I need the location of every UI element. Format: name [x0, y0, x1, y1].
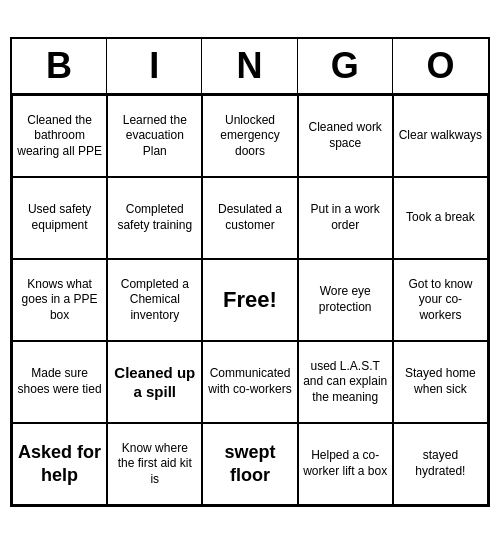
- bingo-cell-9[interactable]: Took a break: [393, 177, 488, 259]
- bingo-header: BINGO: [12, 39, 488, 95]
- bingo-cell-20[interactable]: Asked for help: [12, 423, 107, 505]
- bingo-cell-16[interactable]: Cleaned up a spill: [107, 341, 202, 423]
- bingo-cell-21[interactable]: Know where the first aid kit is: [107, 423, 202, 505]
- header-letter-g: G: [298, 39, 393, 93]
- bingo-cell-0[interactable]: Cleaned the bathroom wearing all PPE: [12, 95, 107, 177]
- bingo-cell-5[interactable]: Used safety equipment: [12, 177, 107, 259]
- bingo-cell-22[interactable]: swept floor: [202, 423, 297, 505]
- bingo-cell-19[interactable]: Stayed home when sick: [393, 341, 488, 423]
- bingo-cell-11[interactable]: Completed a Chemical inventory: [107, 259, 202, 341]
- bingo-cell-7[interactable]: Desulated a customer: [202, 177, 297, 259]
- header-letter-b: B: [12, 39, 107, 93]
- bingo-cell-15[interactable]: Made sure shoes were tied: [12, 341, 107, 423]
- bingo-grid: Cleaned the bathroom wearing all PPELear…: [12, 95, 488, 505]
- bingo-cell-17[interactable]: Communicated with co-workers: [202, 341, 297, 423]
- bingo-cell-8[interactable]: Put in a work order: [298, 177, 393, 259]
- bingo-cell-10[interactable]: Knows what goes in a PPE box: [12, 259, 107, 341]
- bingo-cell-6[interactable]: Completed safety training: [107, 177, 202, 259]
- header-letter-i: I: [107, 39, 202, 93]
- bingo-cell-24[interactable]: stayed hydrated!: [393, 423, 488, 505]
- bingo-cell-1[interactable]: Learned the evacuation Plan: [107, 95, 202, 177]
- bingo-cell-3[interactable]: Cleaned work space: [298, 95, 393, 177]
- header-letter-o: O: [393, 39, 488, 93]
- bingo-cell-23[interactable]: Helped a co-worker lift a box: [298, 423, 393, 505]
- bingo-card: BINGO Cleaned the bathroom wearing all P…: [10, 37, 490, 507]
- bingo-cell-13[interactable]: Wore eye protection: [298, 259, 393, 341]
- bingo-cell-4[interactable]: Clear walkways: [393, 95, 488, 177]
- bingo-cell-14[interactable]: Got to know your co-workers: [393, 259, 488, 341]
- bingo-cell-12[interactable]: Free!: [202, 259, 297, 341]
- header-letter-n: N: [202, 39, 297, 93]
- bingo-cell-2[interactable]: Unlocked emergency doors: [202, 95, 297, 177]
- bingo-cell-18[interactable]: used L.A.S.T and can explain the meaning: [298, 341, 393, 423]
